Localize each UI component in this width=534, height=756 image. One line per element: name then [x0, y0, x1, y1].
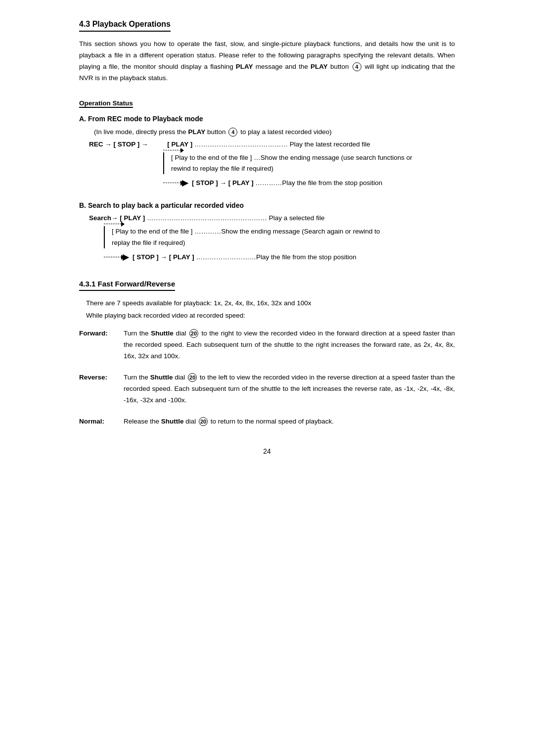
search-arrow: → — [111, 214, 120, 222]
part-a-subblock: [ Play to the end of the file ] …Show th… — [163, 150, 455, 188]
play-bracket-b2: [ PLAY ] — [169, 253, 194, 261]
part-b-sub-line1: [ Play to the end of the file ] …………Show… — [112, 226, 380, 237]
part-b-bottom-arrow: ▶ [ STOP ] → [ PLAY ] ……………………… Play the… — [104, 252, 455, 262]
dots1-b: ……………………………………………… — [145, 214, 269, 222]
dashed-arrow-a2-icon — [163, 183, 181, 183]
bottom-text-a: Play the file from the stop position — [282, 179, 383, 187]
play-selected: Play a selected file — [269, 214, 325, 222]
bottom-arrow-a: → — [218, 179, 228, 187]
reverse-block: Reverse: Turn the Shuttle dial 20 to the… — [79, 372, 455, 406]
part-a-heading: A. From REC mode to Playback mode — [79, 115, 455, 123]
part-b-heading: B. Search to play back a particular reco… — [79, 201, 455, 209]
search-flow-line: Search → [ PLAY ] ……………………………………………… Pla… — [89, 214, 455, 222]
part-a-bottom-arrow: ▶ [ STOP ] → [ PLAY ] ………… Play the file… — [163, 178, 455, 188]
speeds-line1: There are 7 speeds available for playbac… — [86, 298, 455, 309]
part-a-note: (In live mode, directly press the PLAY b… — [94, 128, 455, 137]
dashed-arrow-b2-icon — [104, 257, 122, 257]
play-bracket-b: [ PLAY ] — [228, 179, 254, 187]
forward-text: Turn the Shuttle dial 20 to the right to… — [124, 328, 455, 362]
section-intro-formatted: This section shows you how to operate th… — [79, 39, 455, 84]
play-latest: Play the latest recorded file — [290, 141, 370, 148]
circled-20-rev-icon: 20 — [188, 373, 197, 382]
forward-label: Forward: — [79, 328, 124, 339]
search-label: Search — [89, 214, 111, 222]
bottom-text-b: Play the file from the stop position — [256, 253, 356, 261]
part-a: A. From REC mode to Playback mode (In li… — [79, 115, 455, 188]
part-b-vertical-block: [ Play to the end of the file ] …………Show… — [104, 226, 455, 248]
subsection-431: 4.3.1 Fast Forward/Reverse There are 7 s… — [79, 280, 455, 427]
play-bracket-search: [ PLAY ] — [120, 214, 145, 222]
page-content: 4.3 Playback Operations This section sho… — [79, 20, 455, 455]
speeds-block: There are 7 speeds available for playbac… — [79, 298, 455, 321]
circled-20-norm-icon: 20 — [199, 417, 208, 426]
part-b-sub-text: [ Play to the end of the file ] …………Show… — [112, 226, 380, 248]
bottom-dots-b: ……………………… — [194, 253, 256, 261]
subsection-title: 4.3.1 Fast Forward/Reverse — [79, 280, 175, 291]
dots1-a: …………………………………… — [192, 141, 290, 148]
circled-4-icon: 4 — [353, 62, 361, 71]
stop-bracket-b2: [ STOP ] — [133, 253, 159, 261]
part-a-sub-line1: [ Play to the end of the file ] …Show th… — [171, 152, 412, 163]
vert-bar-b — [104, 226, 105, 248]
stop-bracket: [ STOP ] — [114, 141, 140, 148]
part-a-sub-text: [ Play to the end of the file ] …Show th… — [171, 152, 412, 175]
normal-block: Normal: Release the Shuttle dial 20 to r… — [79, 416, 455, 427]
operation-status-section: Operation Status A. From REC mode to Pla… — [79, 99, 455, 262]
play-bracket-a: [ PLAY ] — [167, 141, 192, 148]
dashed-arrow-a1-icon — [163, 150, 181, 150]
operation-status-label: Operation Status — [79, 99, 133, 108]
part-b-sub-line2: replay the file if required) — [112, 237, 380, 248]
part-b: B. Search to play back a particular reco… — [79, 201, 455, 262]
page-number: 24 — [79, 447, 455, 455]
dashed-arrow-b1-icon — [104, 224, 122, 224]
rec-flow-line: REC → [ STOP ] → [ PLAY ] ……………………………………… — [89, 141, 455, 148]
stop-bracket-b: [ STOP ] — [192, 179, 218, 187]
circled-4a-icon: 4 — [228, 128, 237, 137]
arrow2: → — [139, 141, 150, 148]
bottom-arrow-b: → — [159, 253, 169, 261]
normal-text: Release the Shuttle dial 20 to return to… — [124, 416, 334, 427]
speeds-line2: While playing back recorded video at rec… — [86, 310, 455, 321]
part-a-sub-line2: rewind to replay the file if required) — [171, 163, 412, 174]
part-b-subblock: [ Play to the end of the file ] …………Show… — [104, 224, 455, 262]
bottom-dots-a: ………… — [254, 179, 282, 187]
forward-block: Forward: Turn the Shuttle dial 20 to the… — [79, 328, 455, 362]
circled-20-fwd-icon: 20 — [189, 329, 198, 338]
rec-label: REC — [89, 141, 103, 148]
arrow1: → — [103, 141, 114, 148]
normal-label: Normal: — [79, 416, 124, 427]
part-a-vertical-block: [ Play to the end of the file ] …Show th… — [163, 152, 455, 175]
reverse-label: Reverse: — [79, 372, 124, 383]
section-title: 4.3 Playback Operations — [79, 20, 171, 32]
vert-bar-a — [163, 152, 164, 175]
reverse-text: Turn the Shuttle dial 20 to the left to … — [124, 372, 455, 406]
